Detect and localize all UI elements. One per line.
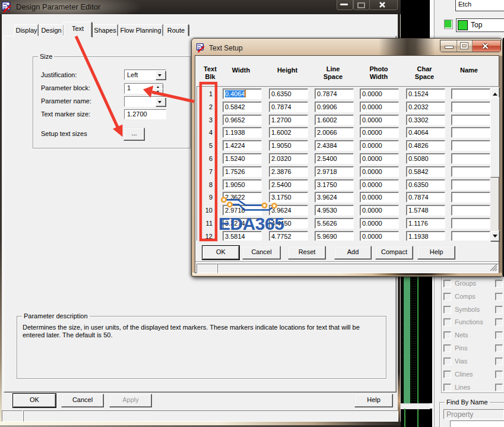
svg-text:EDA365: EDA365 — [218, 214, 284, 233]
